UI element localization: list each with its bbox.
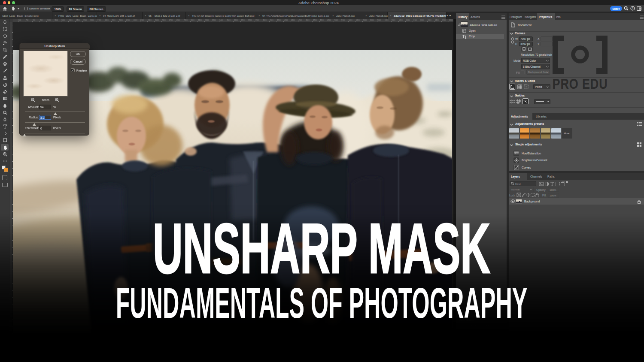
- svg-text:?: ?: [632, 7, 634, 10]
- svg-text:PRO EDU: PRO EDU: [553, 76, 608, 90]
